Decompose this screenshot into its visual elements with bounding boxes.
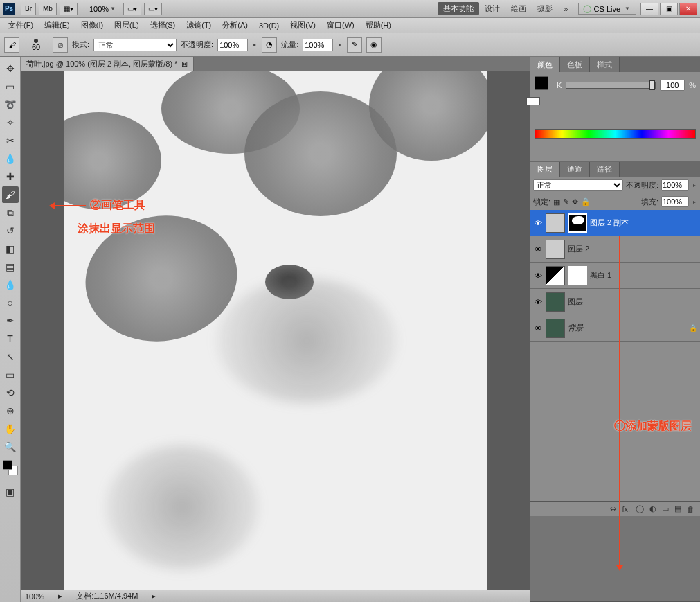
- workspace-essentials[interactable]: 基本功能: [438, 2, 479, 15]
- close-tab-icon[interactable]: ⊠: [181, 60, 188, 69]
- cslive-button[interactable]: ◯CS Live▼: [578, 3, 636, 15]
- close-button[interactable]: ✕: [679, 3, 697, 15]
- marquee-tool[interactable]: ▭: [2, 78, 19, 95]
- maximize-button[interactable]: ▣: [660, 3, 678, 15]
- minimize-button[interactable]: —: [640, 3, 658, 15]
- menu-view[interactable]: 视图(V): [285, 19, 321, 32]
- visibility-icon[interactable]: 👁: [533, 219, 543, 227]
- color-spectrum[interactable]: [535, 129, 696, 139]
- layers-tab[interactable]: 图层: [530, 162, 560, 177]
- layer-mask-thumb[interactable]: [568, 213, 587, 233]
- adjustment-thumb[interactable]: [546, 266, 565, 285]
- canvas[interactable]: [64, 71, 487, 590]
- visibility-icon[interactable]: 👁: [533, 324, 543, 333]
- add-mask-icon[interactable]: ◯: [636, 504, 644, 513]
- layer-mask-thumb[interactable]: [568, 266, 587, 285]
- zoom-level[interactable]: 100% ▼: [86, 3, 120, 15]
- color-tab[interactable]: 颜色: [530, 57, 560, 72]
- layer-blend-select[interactable]: 正常: [533, 179, 623, 191]
- path-select-tool[interactable]: ↖: [2, 348, 19, 365]
- lock-paint-icon[interactable]: ✎: [563, 197, 569, 206]
- layer-name[interactable]: 图层 2 副本: [590, 218, 697, 228]
- eyedropper-tool[interactable]: 💧: [2, 150, 19, 167]
- layer-row[interactable]: 👁 黑白 1: [530, 263, 700, 289]
- workspace-paint[interactable]: 绘画: [505, 2, 532, 15]
- type-tool[interactable]: T: [2, 330, 19, 347]
- new-layer-icon[interactable]: ▤: [674, 504, 681, 513]
- adjustment-layer-icon[interactable]: ◐: [649, 504, 656, 513]
- lasso-tool[interactable]: ➰: [2, 96, 19, 113]
- document-tab[interactable]: 荷叶.jpg @ 100% (图层 2 副本, 图层蒙版/8) *⊠: [21, 57, 194, 71]
- menu-help[interactable]: 帮助(H): [360, 19, 397, 32]
- group-icon[interactable]: ▭: [662, 504, 669, 513]
- arrange-button[interactable]: ▭▾: [123, 3, 141, 15]
- styles-tab[interactable]: 样式: [590, 57, 620, 72]
- pressure-size-icon[interactable]: ◉: [366, 37, 382, 53]
- layer-name[interactable]: 黑白 1: [590, 270, 697, 281]
- layer-name[interactable]: 图层: [568, 296, 697, 307]
- heal-tool[interactable]: ✚: [2, 168, 19, 185]
- workspace-design[interactable]: 设计: [479, 2, 505, 15]
- layer-row[interactable]: 👁 图层: [530, 289, 700, 315]
- layer-fx-icon[interactable]: fx.: [622, 505, 630, 513]
- layer-name[interactable]: 图层 2: [568, 244, 697, 254]
- history-brush-tool[interactable]: ↺: [2, 222, 19, 239]
- layer-fill-input[interactable]: [661, 196, 689, 207]
- link-layers-icon[interactable]: ⇔: [610, 504, 616, 513]
- brush-tool[interactable]: 🖌: [2, 186, 19, 203]
- screen-mode-button[interactable]: ▭▾: [144, 3, 162, 15]
- k-value[interactable]: [660, 80, 685, 91]
- menu-file[interactable]: 文件(F): [3, 19, 39, 32]
- channels-tab[interactable]: 通道: [560, 162, 590, 177]
- color-swatch[interactable]: [3, 460, 18, 475]
- layer-opacity-input[interactable]: [661, 179, 689, 191]
- dodge-tool[interactable]: ○: [2, 294, 19, 311]
- layer-thumb[interactable]: [546, 213, 565, 233]
- menu-3d[interactable]: 3D(D): [253, 20, 285, 31]
- workspace-photo[interactable]: 摄影: [532, 2, 558, 15]
- layer-row[interactable]: 👁 图层 2: [530, 236, 700, 263]
- blur-tool[interactable]: 💧: [2, 276, 19, 293]
- swatches-tab[interactable]: 色板: [560, 57, 590, 72]
- menu-filter[interactable]: 滤镜(T): [181, 19, 217, 32]
- shape-tool[interactable]: ▭: [2, 366, 19, 383]
- visibility-icon[interactable]: 👁: [533, 245, 543, 254]
- lock-trans-icon[interactable]: ▦: [553, 197, 560, 206]
- visibility-icon[interactable]: 👁: [533, 298, 543, 306]
- trash-icon[interactable]: 🗑: [687, 505, 694, 513]
- view-extras-button[interactable]: ▦▾: [60, 3, 78, 15]
- eraser-tool[interactable]: ◧: [2, 240, 19, 257]
- menu-edit[interactable]: 编辑(E): [39, 19, 75, 32]
- menu-select[interactable]: 选择(S): [145, 19, 181, 32]
- gradient-tool[interactable]: ▤: [2, 258, 19, 275]
- k-slider[interactable]: [566, 82, 656, 89]
- crop-tool[interactable]: ✂: [2, 132, 19, 149]
- status-docinfo[interactable]: 文档:1.16M/4.94M: [76, 591, 138, 601]
- layer-row[interactable]: 👁 图层 2 副本: [530, 210, 700, 236]
- flow-input[interactable]: [303, 39, 333, 51]
- bridge-button[interactable]: Br: [21, 3, 36, 15]
- visibility-icon[interactable]: 👁: [533, 272, 543, 280]
- status-zoom[interactable]: 100%: [25, 592, 44, 601]
- menu-analysis[interactable]: 分析(A): [217, 19, 253, 32]
- layer-thumb[interactable]: [546, 292, 565, 312]
- stamp-tool[interactable]: ⧉: [2, 204, 19, 221]
- layer-thumb[interactable]: [546, 240, 565, 259]
- zoom-tool[interactable]: 🔍: [2, 439, 19, 455]
- quickmask-tool[interactable]: ▣: [2, 484, 19, 500]
- pressure-opacity-icon[interactable]: ◔: [262, 37, 277, 53]
- menu-image[interactable]: 图像(I): [75, 19, 109, 32]
- workspace-more[interactable]: »: [558, 3, 573, 15]
- menu-layer[interactable]: 图层(L): [109, 19, 144, 32]
- lock-pos-icon[interactable]: ✥: [572, 197, 578, 206]
- brush-panel-toggle[interactable]: ⎚: [53, 37, 68, 53]
- hand-tool[interactable]: ✋: [2, 420, 19, 437]
- airbrush-icon[interactable]: ✎: [347, 37, 362, 53]
- blend-mode-select[interactable]: 正常: [93, 39, 177, 51]
- opacity-input[interactable]: [217, 39, 248, 51]
- minibridge-button[interactable]: Mb: [39, 3, 57, 15]
- layer-thumb[interactable]: [546, 319, 565, 338]
- 3d-camera-tool[interactable]: ⊛: [2, 402, 19, 419]
- layer-row[interactable]: 👁 背景 🔒: [530, 315, 700, 342]
- layer-name[interactable]: 背景: [568, 323, 686, 333]
